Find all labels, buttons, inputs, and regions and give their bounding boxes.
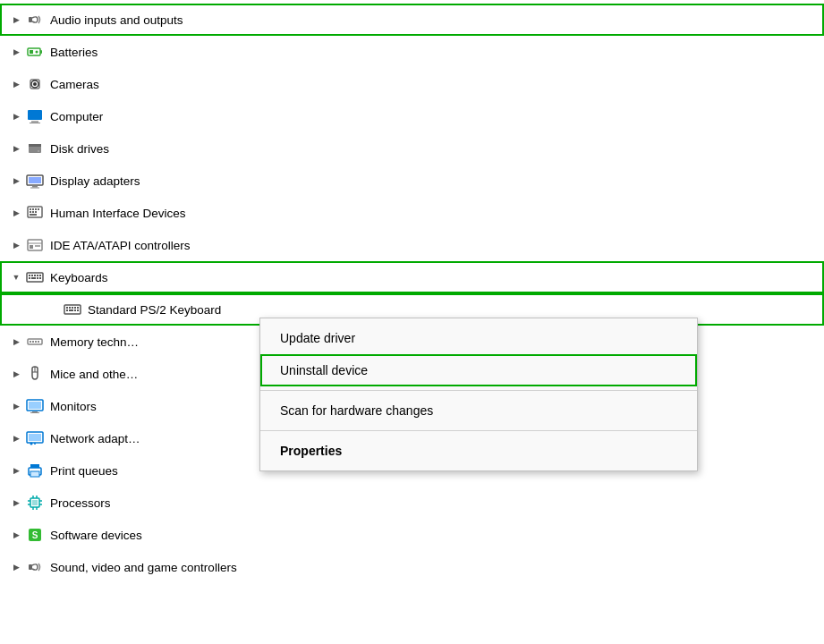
svg-rect-19 xyxy=(30,208,31,210)
expander-ide[interactable] xyxy=(7,236,25,254)
computer-label: Computer xyxy=(50,110,103,123)
svg-rect-63 xyxy=(29,434,41,441)
tree-item-cameras[interactable]: Cameras xyxy=(0,68,824,100)
svg-point-13 xyxy=(38,150,39,152)
expander-memory[interactable] xyxy=(7,333,25,351)
mice-label: Mice and othe… xyxy=(50,368,138,381)
software-label: Software devices xyxy=(50,529,142,542)
device-manager: Audio inputs and outputs Batteries Camer… xyxy=(0,0,824,644)
svg-rect-81 xyxy=(29,564,32,570)
cameras-label: Cameras xyxy=(50,78,99,91)
svg-rect-3 xyxy=(30,50,33,54)
tree-item-ide[interactable]: IDE ATA/ATAPI controllers xyxy=(0,229,824,261)
expander-display[interactable] xyxy=(7,172,25,190)
tree-item-software[interactable]: S Software devices xyxy=(0,519,824,551)
memory-icon xyxy=(25,332,45,352)
expander-cameras[interactable] xyxy=(7,75,25,93)
svg-point-4 xyxy=(36,51,38,54)
svg-point-64 xyxy=(30,443,33,445)
svg-rect-33 xyxy=(31,275,33,276)
tree-item-batteries[interactable]: Batteries xyxy=(0,36,824,68)
device-tree: Audio inputs and outputs Batteries Camer… xyxy=(0,0,824,587)
print-label: Print queues xyxy=(50,464,118,478)
expander-mice[interactable] xyxy=(7,365,25,383)
svg-rect-53 xyxy=(32,341,34,343)
tree-item-sound[interactable]: Sound, video and game controllers xyxy=(0,551,824,583)
sound-icon xyxy=(25,557,45,577)
svg-rect-21 xyxy=(35,208,37,210)
svg-rect-61 xyxy=(29,402,41,409)
svg-rect-24 xyxy=(32,211,34,213)
tree-item-processors[interactable]: Processors xyxy=(0,487,824,519)
svg-rect-29 xyxy=(30,245,33,249)
svg-rect-22 xyxy=(38,208,39,210)
mouse-icon xyxy=(25,364,45,384)
print-icon xyxy=(25,461,45,480)
ide-icon xyxy=(25,235,45,255)
svg-rect-26 xyxy=(30,214,37,216)
expander-batteries[interactable] xyxy=(7,43,25,61)
keyboards-icon xyxy=(25,267,45,287)
svg-rect-9 xyxy=(31,121,38,123)
svg-rect-47 xyxy=(66,309,68,311)
tree-item-display[interactable]: Display adapters xyxy=(0,165,824,197)
processors-label: Processors xyxy=(50,496,111,510)
svg-rect-60 xyxy=(30,412,39,413)
expander-disk[interactable] xyxy=(7,140,25,157)
svg-rect-2 xyxy=(40,50,42,54)
ide-label: IDE ATA/ATAPI controllers xyxy=(50,239,191,252)
context-menu-uninstall-device[interactable]: Uninstall device xyxy=(260,354,697,386)
svg-rect-52 xyxy=(30,341,31,343)
processor-icon xyxy=(25,493,45,513)
context-menu-properties[interactable]: Properties xyxy=(260,435,697,467)
svg-rect-49 xyxy=(74,309,76,311)
network-label: Network adapt… xyxy=(50,432,140,445)
computer-icon xyxy=(25,106,45,126)
svg-rect-46 xyxy=(77,307,79,309)
hid-icon xyxy=(25,203,45,223)
display-icon xyxy=(25,171,45,191)
expander-computer[interactable] xyxy=(7,107,25,125)
context-menu-separator-2 xyxy=(260,430,697,431)
ps2kb-icon xyxy=(63,300,82,319)
svg-rect-44 xyxy=(72,307,73,309)
svg-rect-25 xyxy=(35,211,37,213)
svg-rect-54 xyxy=(35,341,37,343)
svg-rect-32 xyxy=(29,275,30,276)
svg-rect-42 xyxy=(66,307,68,309)
svg-rect-39 xyxy=(37,277,38,279)
expander-monitors[interactable] xyxy=(7,397,25,415)
expander-print[interactable] xyxy=(7,462,25,479)
svg-point-6 xyxy=(33,82,37,86)
svg-rect-70 xyxy=(32,500,38,505)
tree-item-computer[interactable]: Computer xyxy=(0,100,824,132)
expander-keyboards[interactable] xyxy=(7,268,25,286)
monitors-label: Monitors xyxy=(50,400,97,413)
svg-rect-37 xyxy=(29,277,30,279)
svg-rect-55 xyxy=(38,341,39,343)
memory-label: Memory techn… xyxy=(50,335,139,349)
audio-label: Audio inputs and outputs xyxy=(50,13,183,27)
camera-icon xyxy=(25,74,45,94)
sound-label: Sound, video and game controllers xyxy=(50,561,237,574)
svg-rect-15 xyxy=(32,186,38,188)
expander-audio[interactable] xyxy=(7,11,25,29)
svg-rect-20 xyxy=(32,208,34,210)
audio-icon xyxy=(25,10,45,30)
expander-sound[interactable] xyxy=(7,558,25,576)
tree-item-audio[interactable]: Audio inputs and outputs xyxy=(0,4,824,36)
keyboards-label: Keyboards xyxy=(50,271,108,284)
context-menu-scan-hardware[interactable]: Scan for hardware changes xyxy=(260,394,697,427)
tree-item-keyboards[interactable]: Keyboards xyxy=(0,261,824,293)
tree-item-hid[interactable]: Human Interface Devices xyxy=(0,197,824,229)
ps2kb-label: Standard PS/2 Keyboard xyxy=(88,303,221,317)
expander-processors[interactable] xyxy=(7,494,25,512)
svg-rect-16 xyxy=(30,188,39,189)
expander-software[interactable] xyxy=(7,526,25,544)
svg-rect-23 xyxy=(30,211,31,213)
svg-rect-43 xyxy=(69,307,71,309)
expander-network[interactable] xyxy=(7,429,25,447)
context-menu-update-driver[interactable]: Update driver xyxy=(260,322,697,354)
tree-item-disk[interactable]: Disk drives xyxy=(0,132,824,165)
expander-hid[interactable] xyxy=(7,204,25,222)
